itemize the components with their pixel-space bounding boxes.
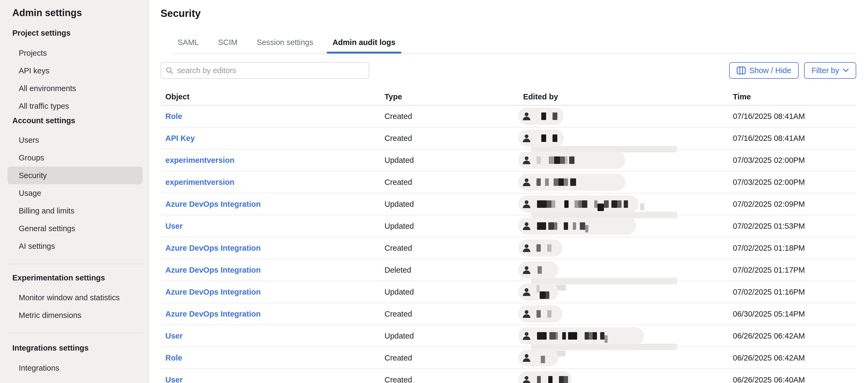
sidebar-nav: Project settingsProjectsAPI keysAll envi… bbox=[12, 28, 136, 377]
editor-pill bbox=[518, 261, 558, 278]
object-link[interactable]: User bbox=[165, 376, 183, 383]
column-header-object: Object bbox=[160, 92, 380, 101]
redaction-block bbox=[604, 200, 609, 208]
redaction-block bbox=[537, 200, 547, 208]
redaction-block bbox=[593, 332, 597, 340]
object-link[interactable]: Azure DevOps Integration bbox=[165, 244, 260, 252]
redaction-block bbox=[585, 332, 589, 340]
person-icon bbox=[522, 134, 531, 143]
object-cell: experimentversion bbox=[160, 178, 380, 187]
redaction-block bbox=[617, 200, 622, 208]
redaction-block bbox=[548, 222, 554, 230]
redaction-block bbox=[549, 332, 556, 340]
sidebar-item-api-keys[interactable]: API keys bbox=[7, 62, 143, 80]
sidebar-item-groups[interactable]: Groups bbox=[7, 149, 143, 167]
sidebar-item-billing-and-limits[interactable]: Billing and limits bbox=[7, 202, 143, 219]
redaction-block bbox=[541, 356, 545, 363]
redacted-editor-name bbox=[534, 129, 557, 147]
object-link[interactable]: Azure DevOps Integration bbox=[165, 288, 260, 296]
filter-by-button[interactable]: Filter by bbox=[804, 62, 856, 79]
sidebar-group-items: ProjectsAPI keysAll environmentsAll traf… bbox=[12, 44, 136, 115]
redaction-block bbox=[564, 200, 568, 208]
redaction-block bbox=[565, 156, 567, 164]
redaction-block bbox=[589, 332, 593, 340]
object-link[interactable]: Role bbox=[165, 112, 182, 120]
redacted-editor-name bbox=[534, 305, 552, 322]
table-row: UserUpdated07/02/2025 01:53PM bbox=[160, 215, 856, 237]
sidebar-item-users[interactable]: Users bbox=[7, 131, 143, 149]
redaction-block bbox=[569, 156, 575, 164]
object-link[interactable]: experimentversion bbox=[165, 156, 235, 165]
redaction-block bbox=[553, 135, 557, 142]
sidebar-item-all-environments[interactable]: All environments bbox=[7, 80, 143, 97]
sidebar-item-ai-settings[interactable]: AI settings bbox=[7, 237, 143, 255]
editor-pill bbox=[518, 305, 562, 322]
redacted-editor-name bbox=[534, 174, 576, 191]
object-link[interactable]: User bbox=[165, 331, 183, 340]
time-cell: 07/02/2025 02:09PM bbox=[728, 200, 856, 209]
tab-admin-audit-logs[interactable]: Admin audit logs bbox=[327, 37, 401, 53]
tab-saml[interactable]: SAML bbox=[172, 37, 205, 53]
editor-pill bbox=[518, 108, 564, 125]
sidebar-item-projects[interactable]: Projects bbox=[7, 44, 143, 62]
search-icon bbox=[165, 66, 174, 75]
sidebar-item-integrations[interactable]: Integrations bbox=[7, 359, 143, 377]
redaction-block bbox=[585, 225, 588, 233]
table-row: RoleCreated07/16/2025 08:41AM bbox=[160, 106, 856, 127]
time-cell: 06/30/2025 05:14PM bbox=[728, 310, 856, 319]
redaction-block bbox=[575, 200, 578, 208]
table-row: Azure DevOps IntegrationUpdated07/02/202… bbox=[160, 194, 856, 215]
table-row: Azure DevOps IntegrationDeleted07/02/202… bbox=[160, 259, 856, 281]
redacted-editor-name bbox=[534, 261, 542, 278]
redaction-block bbox=[604, 335, 608, 343]
object-cell: Azure DevOps Integration bbox=[160, 266, 380, 274]
table-row: RoleCreated06/26/2025 06:42AM bbox=[160, 347, 856, 369]
show-hide-columns-button[interactable]: Show / Hide bbox=[729, 62, 799, 79]
object-cell: Azure DevOps Integration bbox=[160, 288, 380, 296]
edited-by-cell bbox=[518, 106, 728, 127]
table-row: Azure DevOps IntegrationCreated06/30/202… bbox=[160, 303, 856, 325]
sidebar-group-heading-project: Project settings bbox=[12, 28, 136, 38]
time-cell: 07/03/2025 02:00PM bbox=[728, 178, 856, 187]
tab-session-settings[interactable]: Session settings bbox=[251, 37, 319, 53]
object-cell: Role bbox=[160, 354, 380, 362]
sidebar-item-usage[interactable]: Usage bbox=[7, 184, 143, 202]
object-link[interactable]: Azure DevOps Integration bbox=[165, 266, 260, 274]
sidebar-group-items: UsersGroupsSecurityUsageBilling and limi… bbox=[12, 131, 136, 255]
object-link[interactable]: experimentversion bbox=[165, 178, 235, 186]
edited-by-cell bbox=[518, 325, 728, 347]
person-icon bbox=[522, 331, 531, 341]
edited-by-cell bbox=[518, 281, 728, 303]
sidebar-item-monitor-window-and-statistics[interactable]: Monitor window and statistics bbox=[7, 289, 143, 306]
object-link[interactable]: User bbox=[165, 222, 183, 230]
editor-pill bbox=[518, 217, 636, 235]
object-link[interactable]: API Key bbox=[165, 134, 195, 143]
redacted-editor-name bbox=[534, 217, 588, 235]
time-cell: 07/02/2025 01:17PM bbox=[728, 266, 856, 274]
sidebar-item-all-traffic-types[interactable]: All traffic types bbox=[7, 97, 143, 115]
object-cell: API Key bbox=[160, 134, 380, 143]
type-cell: Created bbox=[380, 310, 518, 319]
sidebar-item-general-settings[interactable]: General settings bbox=[7, 219, 143, 237]
redaction-block bbox=[594, 200, 597, 208]
search-input[interactable] bbox=[177, 66, 365, 75]
tab-scim[interactable]: SCIM bbox=[212, 37, 244, 53]
redaction-block bbox=[537, 332, 547, 340]
edited-by-cell bbox=[518, 171, 728, 193]
person-icon bbox=[522, 265, 531, 275]
object-link[interactable]: Azure DevOps Integration bbox=[165, 310, 260, 318]
sidebar-item-metric-dimensions[interactable]: Metric dimensions bbox=[7, 306, 143, 324]
object-link[interactable]: Role bbox=[165, 354, 182, 362]
time-cell: 06/26/2025 06:40AM bbox=[728, 376, 856, 383]
search-input-wrapper[interactable] bbox=[160, 62, 369, 79]
redacted-long-bar bbox=[531, 344, 677, 350]
redaction-block bbox=[568, 332, 577, 340]
redaction-block bbox=[600, 332, 604, 340]
object-link[interactable]: Azure DevOps Integration bbox=[165, 200, 260, 208]
redaction-block bbox=[560, 156, 565, 164]
type-cell: Updated bbox=[380, 331, 518, 341]
redaction-block bbox=[537, 376, 541, 383]
sidebar-item-security[interactable]: Security bbox=[7, 167, 143, 184]
person-icon bbox=[522, 111, 531, 121]
object-cell: User bbox=[160, 331, 380, 341]
